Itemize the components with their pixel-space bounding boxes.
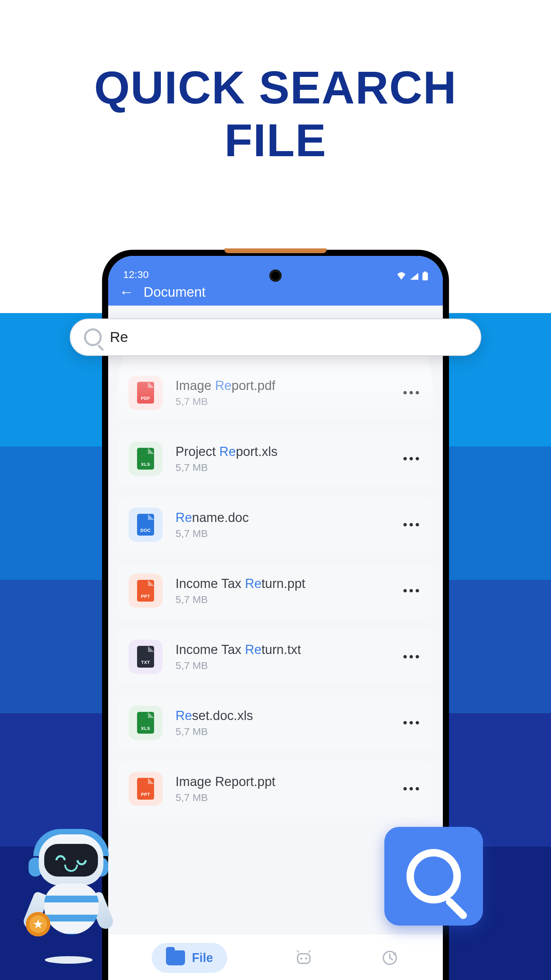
more-button[interactable] <box>403 589 422 592</box>
battery-icon <box>422 272 428 280</box>
file-info: Rename.doc 5,7 MB <box>176 511 391 539</box>
file-list[interactable]: PDF Image Report.pdf 5,7 MB XLS Project … <box>108 305 443 878</box>
svg-rect-0 <box>422 272 428 280</box>
file-info: Project Report.xls 5,7 MB <box>176 444 391 473</box>
file-type-label: TXT <box>141 660 150 665</box>
file-size: 5,7 MB <box>176 462 391 473</box>
file-type-icon: PPT <box>129 574 163 608</box>
magnify-badge[interactable] <box>384 827 483 926</box>
wifi-icon <box>397 272 406 280</box>
file-item[interactable]: DOC Rename.doc 5,7 MB <box>118 497 433 553</box>
file-info: Reset.doc.xls 5,7 MB <box>176 708 391 737</box>
folder-icon <box>166 950 185 966</box>
nav-file-tab[interactable]: File <box>152 943 227 973</box>
file-type-label: PPT <box>141 594 150 599</box>
file-info: Image Report.ppt 5,7 MB <box>176 775 391 803</box>
file-type-icon: XLS <box>129 706 163 740</box>
svg-line-5 <box>297 950 299 953</box>
magnify-icon <box>407 849 461 904</box>
file-type-label: DOC <box>140 528 151 533</box>
nav-bot-tab[interactable] <box>294 948 313 967</box>
more-button[interactable] <box>403 457 422 460</box>
status-time: 12:30 <box>123 269 397 280</box>
file-size: 5,7 MB <box>176 528 391 539</box>
svg-rect-2 <box>298 954 310 963</box>
file-name: Income Tax Return.ppt <box>176 576 391 591</box>
file-info: Image Report.pdf 5,7 MB <box>176 379 391 407</box>
file-info: Income Tax Return.ppt 5,7 MB <box>176 576 391 605</box>
more-button[interactable] <box>403 655 422 659</box>
file-info: Income Tax Return.txt 5,7 MB <box>176 643 391 671</box>
file-type-label: XLS <box>141 726 150 731</box>
file-name: Rename.doc <box>176 511 391 525</box>
back-arrow-icon[interactable]: ← <box>119 285 134 299</box>
more-button[interactable] <box>403 721 422 724</box>
more-button[interactable] <box>403 391 422 395</box>
search-bar[interactable]: Re <box>70 318 481 356</box>
nav-recent-tab[interactable] <box>380 948 399 967</box>
hero-title: QUICK SEARCH FILE <box>0 0 551 167</box>
file-type-icon: PDF <box>129 375 163 410</box>
file-item[interactable]: PPT Image Report.ppt 5,7 MB <box>118 761 433 817</box>
svg-point-3 <box>300 958 302 959</box>
file-size: 5,7 MB <box>176 660 391 671</box>
file-item[interactable]: TXT Income Tax Return.txt 5,7 MB <box>118 629 433 685</box>
file-type-label: XLS <box>141 462 150 467</box>
file-size: 5,7 MB <box>176 792 391 803</box>
file-type-icon: TXT <box>129 640 163 674</box>
hero-line1: QUICK SEARCH <box>0 61 551 114</box>
nav-file-label: File <box>192 951 213 965</box>
signal-icon <box>410 272 419 280</box>
robot-mascot: ★ <box>12 821 121 964</box>
bottom-nav: File <box>108 934 443 980</box>
file-type-icon: PPT <box>129 772 163 806</box>
bot-icon <box>295 949 313 967</box>
search-input[interactable]: Re <box>110 329 128 345</box>
file-type-label: PPT <box>141 792 150 797</box>
search-icon <box>84 328 102 346</box>
app-header: ← Document <box>108 282 443 305</box>
file-type-icon: DOC <box>129 508 163 542</box>
svg-line-6 <box>308 950 311 953</box>
camera-notch <box>269 269 282 282</box>
file-name: Image Report.ppt <box>176 775 391 789</box>
file-type-label: PDF <box>141 396 150 401</box>
file-type-icon: XLS <box>129 442 163 476</box>
recent-icon <box>381 950 398 966</box>
header-title: Document <box>143 285 205 300</box>
file-item[interactable]: XLS Project Report.xls 5,7 MB <box>118 431 433 487</box>
file-name: Income Tax Return.txt <box>176 643 391 657</box>
file-size: 5,7 MB <box>176 396 391 407</box>
file-size: 5,7 MB <box>176 594 391 605</box>
svg-rect-1 <box>424 272 427 273</box>
hero-line2: FILE <box>0 114 551 167</box>
file-size: 5,7 MB <box>176 726 391 737</box>
file-item[interactable]: XLS Reset.doc.xls 5,7 MB <box>118 695 433 751</box>
svg-point-4 <box>305 958 307 959</box>
file-item[interactable]: PDF Image Report.pdf 5,7 MB <box>118 365 433 421</box>
more-button[interactable] <box>403 787 422 791</box>
file-name: Reset.doc.xls <box>176 708 391 723</box>
status-icons <box>397 272 428 280</box>
file-name: Project Report.xls <box>176 444 391 459</box>
file-name: Image Report.pdf <box>176 379 391 393</box>
file-item[interactable]: PPT Income Tax Return.ppt 5,7 MB <box>118 563 433 619</box>
more-button[interactable] <box>403 523 422 527</box>
